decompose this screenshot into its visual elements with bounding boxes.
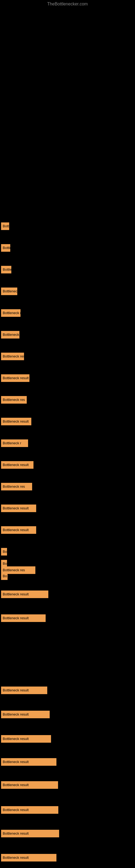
bottleneck-bar-20: Bottleneck result — [1, 614, 46, 622]
bottleneck-bar-6: Bottleneck res — [1, 352, 24, 360]
bottleneck-bar-5: Bottleneck — [1, 331, 19, 339]
bottleneck-bar-10: Bottleneck r — [1, 439, 28, 447]
bottleneck-bar-25: Bottleneck result — [1, 781, 58, 789]
bottleneck-bar-4: Bottleneck r — [1, 309, 20, 317]
bottleneck-bar-2: Bottleneck result — [1, 266, 11, 273]
bottleneck-bar-18: Bottleneck res — [1, 566, 35, 574]
bottleneck-bar-22: Bottleneck result — [1, 711, 50, 718]
bottleneck-bar-12: Bottleneck res — [1, 483, 32, 490]
bottleneck-bar-8: Bottleneck res — [1, 396, 27, 404]
bottleneck-bar-7: Bottleneck result — [1, 374, 30, 382]
bottleneck-bar-15: Bo — [1, 548, 7, 556]
bottleneck-bar-27: Bottleneck result — [1, 830, 59, 837]
bottleneck-bar-24: Bottleneck result — [1, 758, 56, 766]
bottleneck-bar-3: Bottleneck result — [1, 287, 17, 295]
bottleneck-bar-26: Bottleneck result — [1, 806, 58, 814]
bottleneck-bar-19: Bottleneck result — [1, 590, 48, 598]
bottleneck-bar-1: Bottleneck result — [1, 244, 10, 252]
bottleneck-bar-28: Bottleneck result — [1, 854, 56, 862]
bottleneck-bar-0: Bottleneck result — [1, 222, 9, 230]
bottleneck-bar-23: Bottleneck result — [1, 735, 51, 743]
bottleneck-bar-13: Bottleneck result — [1, 504, 36, 512]
bottleneck-bar-9: Bottleneck result — [1, 418, 31, 425]
bottleneck-bar-21: Bottleneck result — [1, 686, 47, 694]
bottleneck-bar-11: Bottleneck result — [1, 461, 34, 469]
bottleneck-bar-14: Bottleneck result — [1, 526, 36, 534]
site-title: TheBottlenecker.com — [0, 0, 135, 8]
